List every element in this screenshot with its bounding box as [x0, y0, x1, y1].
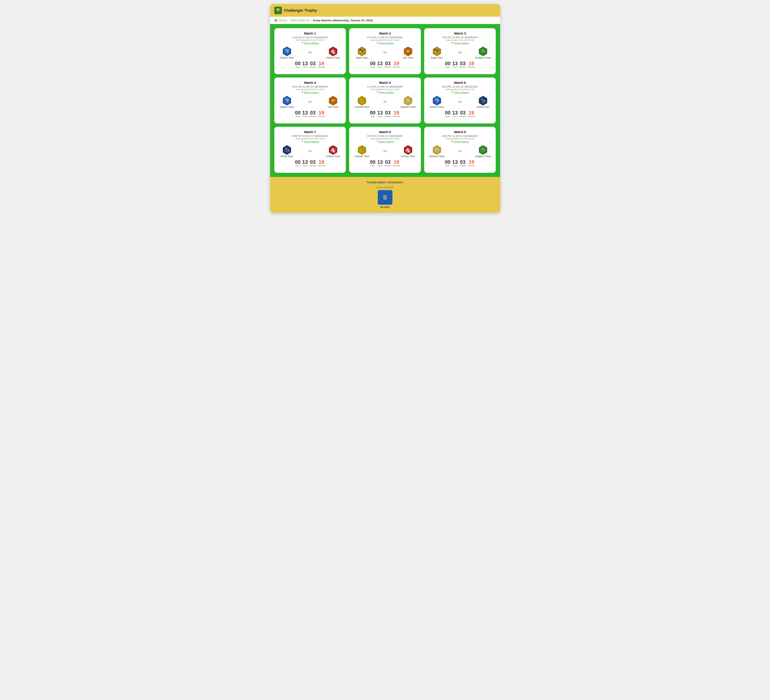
minutes-value: 03 — [310, 160, 316, 165]
team2-name: Gorilla Team — [477, 106, 490, 108]
countdown-minutes: 03 Minutes — [385, 160, 391, 167]
team2-name: Unicorn Team — [401, 155, 415, 158]
match-card-9: Match 9 08:30 PM | 24 JAN '24 | WEDNESDA… — [424, 127, 496, 173]
venue-link[interactable]: Beaver Stadium — [379, 91, 394, 94]
match-time: 07:50 PM | 24 JAN '24 | WEDNESDAY — [353, 135, 417, 137]
match-card-8: Match 8 07:50 PM | 24 JAN '24 | WEDNESDA… — [349, 127, 421, 173]
seconds-label: Seconds — [318, 165, 325, 167]
team2-logo: 🦁 — [403, 47, 413, 56]
venue-link[interactable]: Beaver Stadium — [379, 42, 394, 44]
countdown-hours: 13 Hours — [302, 110, 308, 118]
days-label: Days — [371, 66, 375, 68]
team2-hex: 🦄 — [403, 145, 413, 155]
hours-value: 13 — [302, 160, 308, 165]
match-time: 11:10 PM | 24 JAN '24 | WEDNESDAY — [353, 85, 417, 88]
match-timezone: (India Standard Time GMT+05:30) — [353, 39, 417, 41]
matches-grid: Match 1 11:50 PM | 24 JAN '24 | WEDNESDA… — [274, 28, 496, 173]
countdown: 00 Days 13 Hours 03 Minutes 19 Seconds — [278, 61, 343, 68]
countdown-hours: 13 Hours — [452, 160, 458, 167]
days-label: Days — [445, 115, 450, 118]
teams-row: 🐆 Cheetah Team VS 🦄 Unicorn Team — [353, 145, 417, 158]
seconds-label: Seconds — [318, 66, 325, 68]
team1-name: Gorilla Team — [281, 155, 294, 158]
match-title: Match 6 — [427, 81, 493, 84]
minutes-label: Minutes — [309, 115, 316, 118]
venue-link[interactable]: Beaver Stadium — [379, 140, 394, 143]
hours-label: Hours — [302, 66, 307, 68]
vs-label: VS — [458, 100, 462, 103]
venue-link[interactable]: Beaver Stadium — [304, 42, 319, 44]
seconds-value: 19 — [394, 160, 399, 165]
countdown-hours: 13 Hours — [377, 61, 383, 68]
team2-logo: 🦍 — [478, 96, 488, 106]
vs-label: VS — [458, 150, 462, 153]
team1-logo: 🦅 — [432, 47, 442, 56]
sponsor-logo: S — [378, 190, 392, 205]
seconds-label: Seconds — [318, 115, 325, 118]
venue-link[interactable]: Beaver Stadium — [454, 42, 469, 44]
vs-label: VS — [308, 51, 312, 54]
countdown-minutes: 03 Minutes — [459, 160, 466, 167]
countdown-minutes: 03 Minutes — [385, 61, 391, 68]
countdown-days: 00 Days — [445, 110, 451, 118]
days-label: Days — [371, 165, 375, 167]
minutes-label: Minutes — [459, 165, 466, 167]
team2-hex: 🦁 — [403, 47, 413, 56]
team2-logo: 🐘 — [403, 96, 413, 106]
match-time: 09:10 PM | 24 JAN '24 | WEDNESDAY — [278, 85, 343, 88]
match-venue: 📍 Beaver Stadium — [427, 91, 493, 94]
app-title: Challenger Trophy — [284, 8, 317, 13]
seconds-value: 19 — [469, 110, 474, 115]
venue-pin-icon: 📍 — [376, 91, 379, 94]
hours-value: 13 — [377, 160, 383, 165]
venue-pin-icon: 📍 — [301, 91, 304, 94]
breadcrumb-category[interactable]: Mens Under 23 — [291, 19, 309, 22]
team2-hex: 🦘 — [478, 145, 488, 155]
seconds-value: 19 — [319, 110, 324, 115]
team2: 🦍 Gorilla Team — [474, 96, 492, 108]
countdown-hours: 13 Hours — [452, 110, 458, 118]
match-title: Match 7 — [278, 130, 343, 134]
match-card-1: Match 1 11:50 PM | 24 JAN '24 | WEDNESDA… — [274, 28, 346, 74]
team2-logo: 🦘 — [478, 47, 488, 56]
countdown: 00 Days 13 Hours 03 Minutes 19 Seconds — [353, 61, 417, 68]
match-time: 06:30 PM | 24 JAN '24 | WEDNESDAY — [427, 85, 493, 88]
venue-pin-icon: 📍 — [301, 140, 304, 143]
teams-row: 🐆 Cheetah Team VS 🐘 Elephant Team — [353, 96, 417, 108]
countdown-seconds: 19 Seconds — [467, 110, 475, 118]
vs-label: VS — [458, 51, 462, 54]
countdown: 00 Days 13 Hours 03 Minutes 19 Seconds — [278, 160, 343, 167]
match-card-7: Match 7 09:50 PM | 24 JAN '24 | WEDNESDA… — [274, 127, 346, 173]
days-value: 00 — [295, 110, 301, 115]
seconds-label: Seconds — [467, 165, 475, 167]
team1-logo: 🐬 — [282, 47, 292, 56]
days-label: Days — [445, 165, 450, 167]
days-value: 00 — [370, 61, 376, 66]
minutes-label: Minutes — [309, 66, 316, 68]
match-title: Match 1 — [278, 32, 343, 35]
team1-hex: 🐘 — [432, 145, 442, 155]
team2-name: kangaroo Team — [475, 155, 491, 158]
breadcrumb-soccer[interactable]: Soccer — [279, 19, 287, 22]
countdown-minutes: 03 Minutes — [309, 61, 316, 68]
hours-value: 13 — [302, 61, 308, 66]
countdown-minutes: 03 Minutes — [309, 110, 316, 118]
venue-link[interactable]: Beaver Stadium — [304, 140, 319, 143]
venue-pin-icon: 📍 — [301, 42, 304, 44]
team1-name: Eagle Team — [356, 56, 368, 59]
venue-link[interactable]: Beaver Stadium — [304, 91, 319, 94]
minutes-label: Minutes — [385, 165, 391, 167]
venue-link[interactable]: Beaver Stadium — [454, 140, 469, 143]
venue-link[interactable]: Beaver Stadium — [454, 91, 469, 94]
main-content: Match 1 11:50 PM | 24 JAN '24 | WEDNESDA… — [270, 24, 500, 177]
sponsors-title: TOURNAMENT SPONSORS — [274, 181, 496, 184]
countdown-minutes: 03 Minutes — [385, 110, 391, 118]
teams-row: 🦅 Eagle Team VS 🦁 Lion Team — [353, 47, 417, 59]
team2-logo: 🦄 — [328, 145, 338, 155]
match-venue: 📍 Beaver Stadium — [278, 42, 343, 44]
team2-hex: 🦘 — [478, 47, 488, 56]
team1-name: Cheetah Team — [354, 106, 369, 108]
team2-hex: 🦄 — [328, 145, 338, 155]
team2-hex: 🐘 — [403, 96, 413, 105]
team1-logo: 🐘 — [432, 145, 442, 155]
